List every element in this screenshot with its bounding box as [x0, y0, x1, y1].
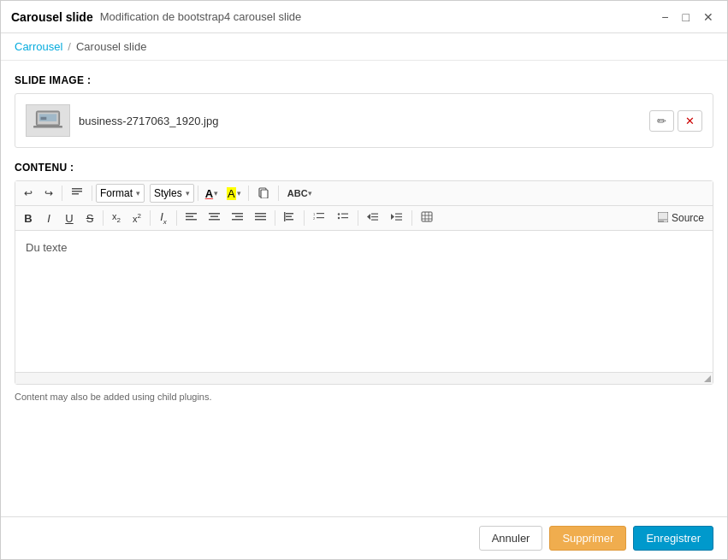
italic-button[interactable]: I: [39, 209, 58, 227]
svg-rect-23: [286, 213, 293, 215]
superscript-button[interactable]: x2: [127, 209, 146, 227]
align-block-icon: [284, 211, 295, 225]
svg-marker-34: [367, 214, 370, 220]
source-icon: [658, 212, 668, 225]
align-left-button[interactable]: [181, 209, 202, 227]
svg-rect-15: [209, 219, 220, 221]
editor-toolbar-row1: ↩ ↪ Format ▾ Styles: [15, 181, 713, 206]
redo-icon: ↪: [44, 187, 53, 199]
toolbar-separator-7: [150, 210, 151, 226]
footer: Annuler Supprimer Enregistrer: [1, 516, 727, 559]
bold-icon: B: [24, 212, 32, 225]
toolbar-separator-4: [248, 186, 249, 201]
svg-rect-33: [341, 217, 348, 218]
toolbar-separator-11: [358, 210, 358, 226]
strikethrough-button[interactable]: S: [80, 209, 99, 227]
edit-image-button[interactable]: ✏: [649, 110, 674, 132]
format-dropdown[interactable]: Format ▾: [96, 184, 145, 203]
align-right-button[interactable]: [227, 209, 248, 227]
resize-triangle-icon: [704, 375, 711, 382]
styles-dropdown[interactable]: Styles ▾: [150, 184, 194, 203]
svg-rect-42: [422, 212, 432, 221]
clear-format-button[interactable]: Ix: [154, 209, 173, 227]
svg-rect-40: [395, 216, 402, 217]
font-color-icon: A: [205, 187, 213, 200]
svg-rect-5: [72, 188, 82, 190]
pencil-icon: ✏: [657, 115, 666, 127]
svg-rect-12: [186, 219, 197, 221]
laptop-icon: [33, 109, 62, 133]
redo-button[interactable]: ↪: [39, 184, 58, 203]
svg-rect-10: [186, 213, 197, 215]
svg-rect-21: [255, 219, 266, 221]
svg-rect-16: [232, 213, 243, 215]
svg-rect-35: [371, 214, 378, 215]
enregistrer-button[interactable]: Enregistrer: [633, 526, 713, 551]
svg-point-32: [338, 217, 340, 219]
svg-rect-36: [371, 216, 378, 217]
ordered-list-button[interactable]: 1 2: [308, 209, 330, 227]
indent-decrease-button[interactable]: [362, 209, 384, 227]
italic-icon: I: [47, 212, 50, 225]
strikethrough-icon: S: [86, 212, 94, 225]
svg-rect-41: [395, 220, 402, 221]
underline-button[interactable]: U: [60, 209, 79, 227]
slide-image-label: SLIDE IMAGE :: [15, 74, 713, 86]
breadcrumb-current: Carousel slide: [76, 40, 146, 53]
svg-rect-20: [255, 216, 266, 218]
blockquote-button[interactable]: [66, 184, 88, 203]
breadcrumb-link-carrousel[interactable]: Carrousel: [15, 40, 62, 53]
svg-point-30: [338, 213, 340, 215]
svg-rect-37: [371, 220, 378, 221]
indent-increase-button[interactable]: [386, 209, 408, 227]
svg-rect-25: [286, 219, 293, 221]
unordered-list-button[interactable]: [332, 209, 354, 227]
undo-button[interactable]: ↩: [19, 184, 38, 203]
styles-label: Styles: [154, 187, 182, 199]
editor-content-area[interactable]: Du texte: [15, 231, 713, 372]
annuler-button[interactable]: Annuler: [479, 526, 543, 551]
maximize-button[interactable]: □: [679, 9, 693, 25]
font-color-button[interactable]: A ▾: [202, 184, 222, 203]
copy-format-button[interactable]: [252, 184, 275, 203]
image-actions: ✏ ✕: [649, 110, 702, 132]
superscript-icon: x2: [133, 212, 141, 224]
toolbar-separator-2: [92, 186, 92, 201]
delete-image-button[interactable]: ✕: [678, 110, 702, 132]
svg-rect-11: [186, 216, 193, 218]
editor-toolbar-row2: B I U S x2 x2 Ix: [15, 206, 713, 231]
main-content: SLIDE IMAGE : business-2717063_1920.jpg …: [1, 61, 727, 516]
indent-increase-icon: [391, 211, 403, 225]
align-justify-button[interactable]: [250, 209, 271, 227]
minimize-button[interactable]: −: [658, 9, 672, 25]
ordered-list-icon: 1 2: [313, 211, 325, 225]
clear-format-icon: Ix: [160, 210, 167, 226]
toolbar-separator-8: [176, 210, 177, 226]
editor-resize-handle[interactable]: [15, 372, 713, 384]
breadcrumb-bar: Carrousel / Carousel slide: [1, 33, 727, 61]
close-button[interactable]: ✕: [700, 9, 717, 25]
align-center-button[interactable]: [204, 209, 225, 227]
image-filename: business-2717063_1920.jpg: [79, 115, 218, 127]
spellcheck-button[interactable]: ABC ▾: [282, 184, 317, 203]
subscript-button[interactable]: x2: [107, 209, 126, 227]
source-label: Source: [672, 212, 704, 224]
table-button[interactable]: [416, 209, 438, 227]
supprimer-button[interactable]: Supprimer: [549, 526, 626, 551]
align-center-icon: [209, 211, 220, 225]
source-button[interactable]: Source: [653, 209, 709, 227]
align-right-icon: [232, 211, 243, 225]
indent-decrease-icon: [367, 211, 379, 225]
align-left-icon: [186, 211, 197, 225]
svg-rect-9: [261, 190, 268, 198]
font-bg-color-button[interactable]: A ▾: [223, 184, 245, 203]
svg-rect-7: [72, 193, 79, 195]
table-icon: [421, 211, 433, 225]
toolbar-separator-3: [198, 186, 198, 201]
title-bar-controls: − □ ✕: [658, 9, 717, 25]
svg-marker-38: [391, 214, 394, 220]
toolbar-separator-12: [411, 210, 412, 226]
svg-rect-31: [341, 214, 348, 215]
bold-button[interactable]: B: [19, 209, 38, 227]
align-block-button[interactable]: [279, 209, 300, 227]
